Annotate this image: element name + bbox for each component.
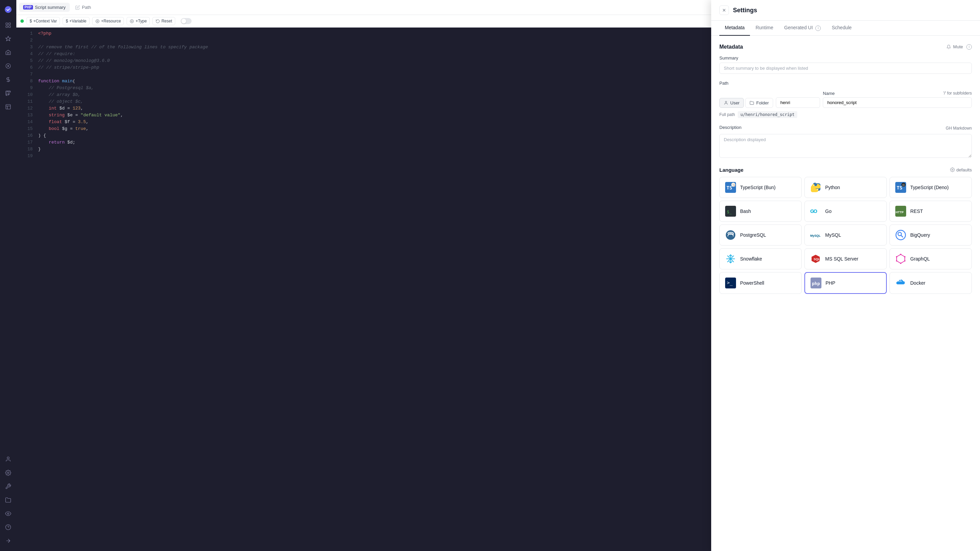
pencil-icon [75, 5, 80, 10]
path-type-group: User Folder [719, 91, 773, 108]
sidebar-icon-help[interactable] [2, 521, 14, 533]
svg-text:MySQL: MySQL [810, 233, 821, 237]
user-type-btn[interactable]: User [719, 98, 744, 108]
lang-card-graphql[interactable]: GraphQL [889, 248, 972, 269]
path-tab[interactable]: Path [71, 3, 95, 12]
folder-type-btn[interactable]: Folder [745, 98, 773, 108]
app-logo[interactable] [3, 4, 14, 15]
reset-btn[interactable]: Reset [153, 17, 175, 25]
metadata-section-header: Metadata Mute i [719, 44, 972, 50]
sidebar-icon-arrow[interactable] [2, 535, 14, 547]
sidebar-icon-settings[interactable] [2, 467, 14, 479]
mssql-icon: SQL [810, 253, 821, 264]
settings-close-button[interactable] [719, 5, 729, 15]
sidebar-icon-grid[interactable] [2, 19, 14, 31]
svg-point-0 [5, 6, 11, 13]
sidebar-icon-home[interactable] [2, 46, 14, 59]
lang-card-ts-bun[interactable]: TS 🐚 TypeScript (Bun) [719, 177, 802, 198]
lang-card-mssql[interactable]: SQL MS SQL Server [804, 248, 887, 269]
lang-card-go[interactable]: GO Go [804, 201, 887, 222]
sidebar-icon-eye[interactable] [2, 508, 14, 520]
sidebar-icon-table[interactable] [2, 101, 14, 113]
settings-body: Metadata Mute i Summary Path [711, 36, 980, 551]
svg-point-22 [817, 189, 818, 190]
toggle-switch[interactable] [181, 18, 192, 24]
svg-point-15 [725, 101, 727, 102]
mysql-icon: MySQL [810, 230, 821, 240]
sidebar-icon-folder[interactable] [2, 494, 14, 506]
path-name-input[interactable] [823, 97, 972, 108]
lang-card-snowflake[interactable]: Snowflake [719, 248, 802, 269]
description-label-row: Description GH Markdown [719, 125, 972, 132]
svg-rect-3 [6, 26, 8, 27]
svg-rect-4 [9, 26, 11, 27]
summary-input[interactable] [719, 63, 972, 74]
context-var-label: +Context Var [33, 19, 57, 24]
lang-card-docker[interactable]: Docker [889, 272, 972, 294]
lang-card-python[interactable]: Python [804, 177, 887, 198]
description-label: Description [719, 125, 741, 130]
generated-ui-info-icon: i [815, 25, 821, 31]
postgresql-label: PostgreSQL [740, 232, 766, 238]
resource-btn[interactable]: +Resource [92, 17, 124, 25]
powershell-icon: >_ [725, 278, 736, 288]
script-tab[interactable]: PHP Script summary [19, 3, 70, 12]
bigquery-icon [895, 230, 906, 240]
status-dot [21, 19, 24, 23]
svg-text:TS: TS [897, 185, 902, 191]
sidebar-icon-star[interactable] [2, 33, 14, 45]
svg-point-14 [131, 21, 132, 21]
context-var-btn[interactable]: $ +Context Var [27, 17, 60, 25]
path-input-row: User Folder [719, 91, 972, 108]
defaults-button[interactable]: defaults [950, 167, 972, 172]
ts-bun-icon: TS 🐚 [725, 182, 736, 193]
summary-label: Summary [719, 56, 972, 60]
name-field-label: Name [823, 91, 835, 96]
docker-label: Docker [910, 280, 925, 286]
tab-runtime[interactable]: Runtime [750, 21, 778, 36]
lang-card-rest[interactable]: HTTP REST [889, 201, 972, 222]
path-user-input[interactable] [776, 97, 820, 108]
sidebar-icon-user[interactable] [2, 453, 14, 465]
python-label: Python [825, 185, 840, 190]
mssql-label: MS SQL Server [825, 256, 859, 262]
svg-point-16 [952, 169, 953, 170]
lang-card-php[interactable]: php PHP [804, 272, 887, 294]
lang-card-ts-deno[interactable]: TS D TypeScript (Deno) [889, 177, 972, 198]
lang-card-bash[interactable]: $_ Bash [719, 201, 802, 222]
bigquery-label: BigQuery [910, 232, 930, 238]
variable-btn[interactable]: $ +Variable [63, 17, 89, 25]
tab-schedule[interactable]: Schedule [826, 21, 857, 36]
svg-point-51 [900, 263, 901, 264]
script-tab-label: Script summary [35, 5, 66, 10]
type-btn[interactable]: +Type [127, 17, 150, 25]
php-icon: php [811, 278, 821, 288]
snowflake-icon [725, 253, 736, 264]
tab-generated-ui[interactable]: Generated UI i [779, 21, 827, 36]
lang-card-mysql[interactable]: MySQL MySQL [804, 224, 887, 246]
sidebar-icon-build[interactable] [2, 480, 14, 492]
sidebar-icon-dollar[interactable] [2, 73, 14, 86]
settings-title: Settings [733, 7, 757, 14]
resource-icon [95, 19, 100, 24]
lang-card-bigquery[interactable]: BigQuery [889, 224, 972, 246]
description-textarea[interactable] [719, 134, 972, 158]
sidebar-icon-play[interactable] [2, 60, 14, 72]
svg-rect-1 [6, 23, 8, 24]
mute-info-icon: i [966, 44, 972, 50]
svg-point-21 [814, 185, 815, 186]
svg-point-53 [896, 256, 897, 257]
svg-text:TS: TS [727, 185, 732, 191]
sidebar-icon-puzzle[interactable] [2, 87, 14, 99]
full-path-label: Full path [719, 112, 735, 117]
path-tab-label: Path [82, 5, 91, 10]
variable-icon: $ [66, 19, 68, 24]
graphql-icon [895, 253, 906, 264]
language-section: Language defaults TS � [719, 167, 972, 294]
close-icon [722, 8, 727, 13]
lang-card-powershell[interactable]: >_ PowerShell [719, 272, 802, 294]
lang-card-postgresql[interactable]: PostgreSQL [719, 224, 802, 246]
tab-metadata[interactable]: Metadata [719, 21, 750, 36]
mute-button[interactable]: Mute i [946, 44, 972, 50]
svg-point-32 [726, 230, 735, 240]
